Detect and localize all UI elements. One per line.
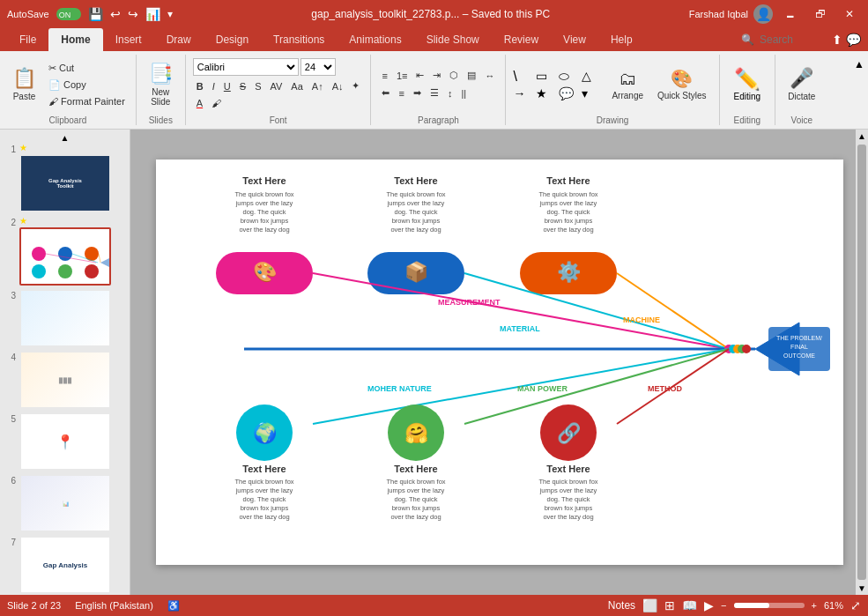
arrange-button[interactable]: 🗂 Arrange xyxy=(606,65,649,104)
quick-styles-button[interactable]: 🎨 Quick Styles xyxy=(652,64,712,104)
tab-slideshow[interactable]: Slide Show xyxy=(414,28,492,51)
list-item[interactable]: 2 ★ xyxy=(4,216,126,286)
font-size-select[interactable]: 24 xyxy=(300,58,336,76)
new-slide-button[interactable]: 📑 New Slide xyxy=(144,59,178,110)
ribbon-collapse[interactable]: ▲ xyxy=(850,55,868,125)
slide-thumbnail-active[interactable] xyxy=(19,227,111,286)
list-item[interactable]: 7 Gap Analysis xyxy=(4,536,126,594)
paste-button[interactable]: 📋 Paste xyxy=(7,63,41,105)
align-left-button[interactable]: ⬅ xyxy=(378,85,393,100)
collapse-ribbon-icon[interactable]: ▲ xyxy=(854,58,864,71)
vertical-scrollbar[interactable]: ▲ ▼ xyxy=(856,130,868,595)
fit-slide-button[interactable]: ⤢ xyxy=(850,598,861,612)
comments-icon[interactable]: 💬 xyxy=(846,33,861,47)
font-color-button[interactable]: A xyxy=(193,96,206,110)
shapes-more[interactable]: ▾ xyxy=(582,86,603,100)
shape-triangle[interactable]: △ xyxy=(582,69,603,85)
italic-button[interactable]: I xyxy=(209,79,219,93)
strikethrough-button[interactable]: S xyxy=(236,79,249,93)
ribbon-tabs: File Home Insert Draw Design Transitions… xyxy=(0,28,868,51)
shape-rect[interactable]: ▭ xyxy=(536,69,557,85)
align-center-button[interactable]: ≡ xyxy=(395,86,407,100)
slide-thumbnail[interactable]: 📍 xyxy=(19,412,126,471)
list-item[interactable]: 1 ★ Gap AnalysisToolkit xyxy=(4,143,126,212)
slide-sorter-icon[interactable]: ⊞ xyxy=(664,598,675,612)
tab-help[interactable]: Help xyxy=(598,28,645,51)
save-icon[interactable]: 💾 xyxy=(88,7,103,21)
list-item[interactable]: 5 📍 xyxy=(4,412,126,471)
more-icon[interactable]: ▾ xyxy=(167,8,173,20)
tab-insert[interactable]: Insert xyxy=(103,28,154,51)
zoom-in-button[interactable]: + xyxy=(812,600,817,611)
decrease-indent-button[interactable]: ⇤ xyxy=(412,68,427,83)
char-spacing-button[interactable]: AV xyxy=(266,79,286,93)
tab-draw[interactable]: Draw xyxy=(154,28,204,51)
increase-font-button[interactable]: A↑ xyxy=(308,79,327,93)
tab-review[interactable]: Review xyxy=(492,28,551,51)
slideshow-view-icon[interactable]: ▶ xyxy=(704,598,714,612)
columns-button[interactable]: ▤ xyxy=(464,68,479,83)
undo-icon[interactable]: ↩ xyxy=(110,7,121,21)
notes-button[interactable]: Notes xyxy=(608,599,635,612)
zoom-slider[interactable] xyxy=(734,603,805,608)
minimize-button[interactable]: 🗕 xyxy=(778,4,803,24)
scroll-thumb[interactable] xyxy=(857,145,866,580)
accessibility-icon[interactable]: ♿ xyxy=(167,600,180,612)
presentation-icon[interactable]: 📊 xyxy=(145,7,160,21)
close-button[interactable]: ✕ xyxy=(838,4,861,24)
shadow-button[interactable]: S xyxy=(251,79,264,93)
shape-oval[interactable]: ⬭ xyxy=(559,69,580,85)
clear-format-button[interactable]: ✦ xyxy=(348,78,363,93)
search-input[interactable] xyxy=(754,32,825,48)
slide-thumbnail[interactable]: 📊 xyxy=(19,474,126,532)
scroll-up-arrow[interactable]: ▲ xyxy=(857,131,866,141)
shape-arrow[interactable]: → xyxy=(513,86,534,100)
scroll-down-arrow[interactable]: ▼ xyxy=(857,583,866,593)
tab-home[interactable]: Home xyxy=(48,28,102,51)
svg-text:MEASUREMENT: MEASUREMENT xyxy=(438,298,501,307)
slide-thumbnail[interactable]: ▉▉▉ xyxy=(19,351,126,409)
shape-callout[interactable]: 💬 xyxy=(559,86,580,100)
autosave-toggle[interactable]: ON xyxy=(56,8,81,20)
tab-transitions[interactable]: Transitions xyxy=(261,28,337,51)
highlight-button[interactable]: 🖌 xyxy=(208,96,225,110)
decrease-font-button[interactable]: A↓ xyxy=(329,79,347,93)
reading-view-icon[interactable]: 📖 xyxy=(682,598,697,612)
underline-button[interactable]: U xyxy=(220,79,234,93)
align-right-button[interactable]: ➡ xyxy=(410,85,425,100)
restore-button[interactable]: 🗗 xyxy=(808,4,833,24)
zoom-out-button[interactable]: − xyxy=(721,600,726,611)
justify-button[interactable]: ☰ xyxy=(427,85,442,100)
change-case-button[interactable]: Aa xyxy=(287,79,306,93)
dictate-button[interactable]: 🎤 Dictate xyxy=(783,63,820,105)
list-item[interactable]: 4 ▉▉▉ xyxy=(4,351,126,409)
format-painter-button[interactable]: 🖌 Format Painter xyxy=(45,94,129,108)
font-family-select[interactable]: Calibri xyxy=(193,58,299,76)
shape-star[interactable]: ★ xyxy=(536,86,557,100)
list-item[interactable]: 3 xyxy=(4,289,126,347)
scroll-up-button[interactable]: ▲ xyxy=(4,133,126,143)
slide-thumbnail[interactable] xyxy=(19,289,126,347)
tab-file[interactable]: File xyxy=(7,28,48,51)
columns2-button[interactable]: || xyxy=(457,86,470,100)
line-spacing-button[interactable]: ↕ xyxy=(444,86,456,100)
slide-thumbnail[interactable]: Gap AnalysisToolkit xyxy=(19,154,111,212)
tab-design[interactable]: Design xyxy=(204,28,261,51)
list-item[interactable]: 6 📊 xyxy=(4,474,126,532)
bold-button[interactable]: B xyxy=(193,79,207,93)
copy-button[interactable]: 📄 Copy xyxy=(45,78,129,93)
para-direction-button[interactable]: ↔ xyxy=(481,69,498,83)
tab-animations[interactable]: Animations xyxy=(337,28,413,51)
normal-view-icon[interactable]: ⬜ xyxy=(642,598,657,612)
cut-button[interactable]: ✂ Cut xyxy=(45,61,129,76)
share-icon[interactable]: ⬆ xyxy=(832,33,842,47)
shape-line[interactable]: \ xyxy=(513,69,534,85)
smartart-button[interactable]: ⬡ xyxy=(446,68,462,83)
numbering-button[interactable]: 1≡ xyxy=(393,69,412,83)
user-avatar[interactable]: 👤 xyxy=(753,4,773,24)
tab-view[interactable]: View xyxy=(551,28,598,51)
increase-indent-button[interactable]: ⇥ xyxy=(429,68,444,83)
bullets-button[interactable]: ≡ xyxy=(378,69,390,83)
redo-icon[interactable]: ↪ xyxy=(128,7,138,21)
slide-thumbnail[interactable]: Gap Analysis xyxy=(19,536,126,594)
